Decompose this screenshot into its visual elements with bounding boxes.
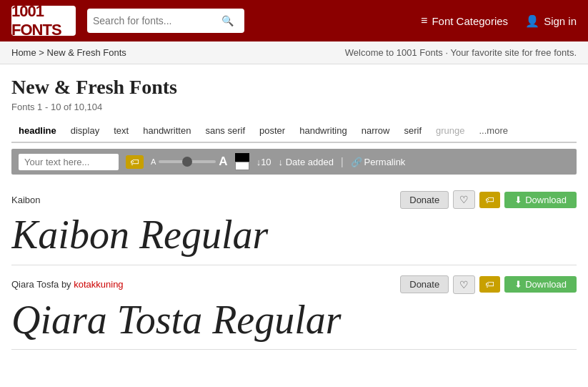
breadcrumb: Home > New & Fresh Fonts Welcome to 1001…: [0, 41, 588, 64]
font-size-control: A A: [151, 155, 228, 169]
font-author-link-qiara[interactable]: kotakkuning: [74, 279, 123, 290]
breadcrumb-home[interactable]: Home: [11, 47, 36, 58]
filter-tag-narrow[interactable]: narrow: [354, 122, 397, 139]
font-preview-qiara[interactable]: Qiara Tosta Regular: [11, 298, 577, 350]
search-box: 🔍: [87, 9, 244, 33]
page-title: New & Fresh Fonts: [11, 76, 577, 99]
link-icon: 🔗: [351, 157, 362, 167]
font-categories-label: Font Categories: [432, 15, 508, 27]
donate-button-kaibon[interactable]: Donate: [400, 191, 449, 209]
font-actions-qiara: Donate ♡ 🏷 ⬇ Download: [400, 275, 577, 294]
breadcrumb-welcome: Welcome to 1001 Fonts · Your favorite si…: [345, 47, 577, 58]
permalink[interactable]: 🔗 Permalink: [351, 157, 406, 167]
tag-button-qiara[interactable]: 🏷: [479, 276, 500, 293]
filter-tag-text[interactable]: text: [106, 122, 136, 139]
breadcrumb-path: Home > New & Fresh Fonts: [11, 47, 126, 58]
logo-text: 1001 FONTS: [11, 2, 76, 39]
tag-button-kaibon[interactable]: 🏷: [479, 192, 500, 208]
download-label-qiara: Download: [525, 279, 567, 290]
heart-button-kaibon[interactable]: ♡: [453, 190, 475, 209]
date-added-sort[interactable]: ↓ Date added: [279, 157, 334, 167]
menu-icon: ≡: [421, 14, 427, 27]
color-foreground: [235, 153, 249, 162]
nav-items: ≡ Font Categories 👤 Sign in: [421, 14, 577, 28]
filter-tag-sans-serif[interactable]: sans serif: [198, 122, 252, 139]
color-picker[interactable]: [235, 153, 249, 170]
font-entry-kaibon: Kaibon Donate ♡ 🏷 ⬇ Download Kaibon Regu…: [11, 183, 577, 265]
donate-button-qiara[interactable]: Donate: [400, 275, 449, 293]
filter-tag-headline[interactable]: headline: [11, 122, 64, 139]
font-name-qiara: Qiara Tosfa by kotakkuning: [11, 279, 124, 290]
filter-tag-grunge[interactable]: grunge: [429, 122, 472, 139]
download-button-kaibon[interactable]: ⬇ Download: [504, 192, 577, 208]
font-size-small-label: A: [151, 157, 156, 166]
fonts-count: Fonts 1 - 10 of 10,104: [11, 102, 577, 112]
font-categories-nav[interactable]: ≡ Font Categories: [421, 14, 508, 27]
font-size-large-label: A: [219, 155, 227, 169]
search-icon: 🔍: [221, 15, 234, 26]
tag-icon[interactable]: 🏷: [126, 155, 144, 169]
sign-in-label: Sign in: [544, 15, 577, 27]
color-background: [235, 162, 249, 170]
download-button-qiara[interactable]: ⬇ Download: [504, 276, 577, 293]
permalink-label: Permalink: [364, 157, 406, 167]
filter-tag-handwriting[interactable]: handwriting: [292, 122, 354, 139]
search-input[interactable]: [93, 15, 221, 26]
font-name-kaibon: Kaibon: [11, 195, 40, 205]
user-icon: 👤: [525, 14, 539, 28]
separator: |: [341, 156, 344, 167]
filter-tag-poster[interactable]: poster: [252, 122, 292, 139]
font-meta-kaibon: Kaibon Donate ♡ 🏷 ⬇ Download: [11, 190, 577, 209]
header: 1001 FONTS 🔍 ≡ Font Categories 👤 Sign in: [0, 0, 588, 41]
sign-in-nav[interactable]: 👤 Sign in: [525, 14, 577, 28]
font-meta-qiara: Qiara Tosfa by kotakkuning Donate ♡ 🏷 ⬇ …: [11, 275, 577, 294]
filter-tag-more[interactable]: ...more: [472, 122, 514, 139]
font-preview-kaibon[interactable]: Kaibon Regular: [11, 213, 577, 265]
count-sort[interactable]: ↓10: [256, 157, 271, 167]
download-icon-qiara: ⬇: [514, 279, 522, 290]
logo[interactable]: 1001 FONTS: [11, 6, 76, 36]
font-size-slider[interactable]: [159, 160, 216, 163]
heart-button-qiara[interactable]: ♡: [453, 275, 475, 294]
download-icon-kaibon: ⬇: [514, 195, 522, 205]
font-entry-qiara: Qiara Tosfa by kotakkuning Donate ♡ 🏷 ⬇ …: [11, 268, 577, 351]
filter-bar: headline display text handwritten sans s…: [11, 122, 577, 143]
breadcrumb-separator: >: [39, 47, 44, 58]
filter-tag-display[interactable]: display: [64, 122, 106, 139]
controls-bar: 🏷 A A ↓10 ↓ Date added | 🔗 Permalink: [11, 149, 577, 175]
filter-tag-serif[interactable]: serif: [397, 122, 429, 139]
preview-text-input[interactable]: [19, 154, 119, 170]
slider-thumb: [182, 157, 192, 167]
font-actions-kaibon: Donate ♡ 🏷 ⬇ Download: [400, 190, 577, 209]
filter-tag-handwritten[interactable]: handwritten: [136, 122, 198, 139]
breadcrumb-current: New & Fresh Fonts: [47, 47, 126, 58]
download-label-kaibon: Download: [525, 195, 567, 205]
main-content: New & Fresh Fonts Fonts 1 - 10 of 10,104…: [0, 64, 588, 350]
